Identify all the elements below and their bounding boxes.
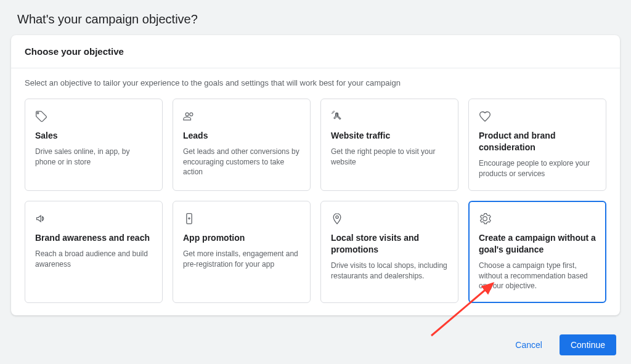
- page-title: What's your campaign objective?: [0, 0, 631, 35]
- objective-title: App promotion: [183, 232, 300, 244]
- pin-icon: [331, 211, 448, 226]
- heart-icon: [479, 109, 596, 124]
- objective-title: Create a campaign without a goal's guida…: [479, 232, 596, 256]
- objective-desc: Drive visits to local shops, including r…: [331, 261, 448, 281]
- objective-no-goal[interactable]: Create a campaign without a goal's guida…: [468, 201, 606, 303]
- objective-desc: Choose a campaign type first, without a …: [479, 261, 596, 291]
- objective-app-promotion[interactable]: App promotion Get more installs, engagem…: [173, 201, 311, 303]
- card-header: Choose your objective: [11, 35, 620, 60]
- continue-button[interactable]: Continue: [560, 334, 616, 355]
- objective-leads[interactable]: Leads Get leads and other conversions by…: [173, 99, 311, 191]
- objective-local-store[interactable]: Local store visits and promotions Drive …: [320, 201, 458, 303]
- objective-website-traffic[interactable]: Website traffic Get the right people to …: [320, 99, 458, 191]
- objective-title: Product and brand consideration: [479, 130, 596, 153]
- phone-icon: [183, 211, 300, 226]
- objective-title: Brand awareness and reach: [35, 232, 152, 244]
- objective-card-panel: Choose your objective Select an objectiv…: [11, 35, 620, 315]
- objective-title: Local store visits and promotions: [331, 232, 448, 256]
- objective-title: Sales: [35, 130, 152, 142]
- objective-title: Leads: [183, 130, 300, 142]
- objective-title: Website traffic: [331, 130, 448, 142]
- objective-product-brand[interactable]: Product and brand consideration Encourag…: [468, 99, 606, 191]
- objective-desc: Drive sales online, in app, by phone or …: [35, 147, 152, 168]
- megaphone-icon: [35, 211, 152, 226]
- objective-desc: Get leads and other conversions by encou…: [183, 147, 300, 177]
- objective-desc: Encourage people to explore your product…: [479, 158, 596, 179]
- objective-desc: Get the right people to visit your websi…: [331, 147, 448, 168]
- click-icon: [331, 109, 448, 124]
- objective-sales[interactable]: Sales Drive sales online, in app, by pho…: [25, 99, 163, 191]
- cancel-button[interactable]: Cancel: [507, 335, 551, 355]
- gear-icon: [479, 211, 596, 226]
- card-subtitle: Select an objective to tailor your exper…: [11, 68, 620, 94]
- leads-icon: [183, 109, 300, 124]
- tag-icon: [35, 109, 152, 124]
- objectives-grid: Sales Drive sales online, in app, by pho…: [11, 94, 620, 308]
- objective-desc: Reach a broad audience and build awarene…: [35, 249, 152, 270]
- footer-actions: Cancel Continue: [507, 334, 616, 355]
- objective-brand-awareness[interactable]: Brand awareness and reach Reach a broad …: [25, 201, 163, 303]
- objective-desc: Get more installs, engagement and pre-re…: [183, 249, 300, 270]
